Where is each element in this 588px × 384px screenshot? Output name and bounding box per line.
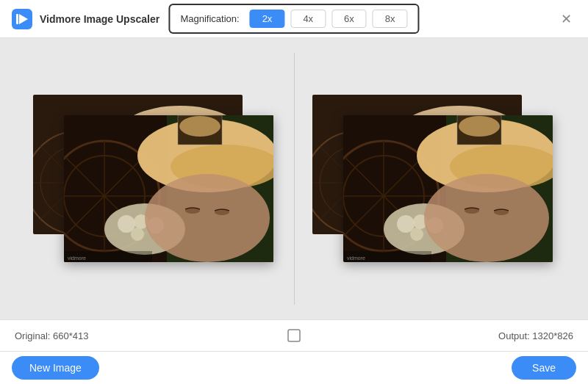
mag-btn-8x[interactable]: 8x <box>373 10 408 28</box>
svg-point-57 <box>459 116 500 137</box>
svg-point-25 <box>179 116 220 137</box>
mag-btn-2x[interactable]: 2x <box>250 10 285 28</box>
close-button[interactable]: ✕ <box>556 9 576 29</box>
magnification-bar: Magnification: 2x 4x 6x 8x <box>168 4 419 34</box>
svg-point-62 <box>410 228 423 241</box>
original-image-front: vidmore <box>64 115 273 262</box>
app-title: Vidmore Image Upscaler <box>40 13 159 25</box>
new-image-button[interactable]: New Image <box>12 356 99 380</box>
svg-point-63 <box>424 174 549 262</box>
original-image-stack: vidmore <box>33 95 276 264</box>
output-info: Output: 1320*826 <box>301 330 573 341</box>
original-image-panel: vidmore <box>15 53 294 305</box>
app-logo <box>12 9 32 29</box>
svg-text:vidmore: vidmore <box>347 256 365 261</box>
svg-point-30 <box>131 228 144 241</box>
svg-point-31 <box>145 174 270 262</box>
main-content: vidmore <box>0 38 588 319</box>
svg-rect-2 <box>16 14 18 24</box>
output-image-panel: vidmore <box>295 53 574 305</box>
info-bar: Original: 660*413 Output: 1320*826 <box>0 319 588 352</box>
output-image-front: vidmore <box>343 115 553 262</box>
mag-btn-4x[interactable]: 4x <box>290 10 326 28</box>
svg-text:vidmore: vidmore <box>68 256 86 261</box>
title-bar: Vidmore Image Upscaler Magnification: 2x… <box>0 0 588 38</box>
save-button[interactable]: Save <box>512 356 576 380</box>
bottom-bar: New Image Save <box>0 352 588 384</box>
compare-icon-container[interactable] <box>287 329 301 342</box>
magnification-label: Magnification: <box>180 13 239 24</box>
compare-icon <box>287 329 301 342</box>
original-info: Original: 660*413 <box>15 330 287 341</box>
svg-rect-68 <box>288 330 300 341</box>
output-image-stack: vidmore <box>312 95 555 264</box>
mag-btn-6x[interactable]: 6x <box>331 10 367 28</box>
